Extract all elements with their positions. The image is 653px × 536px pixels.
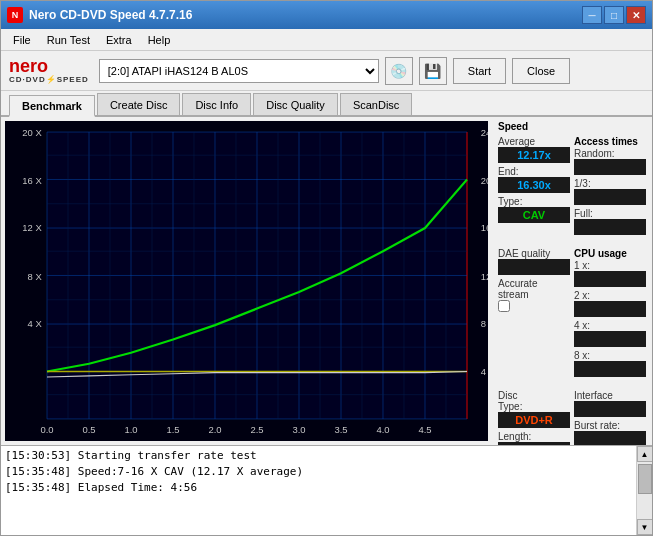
scroll-track[interactable]: [637, 462, 652, 519]
main-window: N Nero CD-DVD Speed 4.7.7.16 ─ □ ✕ File …: [0, 0, 653, 536]
svg-text:1.0: 1.0: [124, 424, 138, 435]
menu-file[interactable]: File: [5, 32, 39, 48]
log-content: [15:30:53] Starting transfer rate test […: [1, 446, 636, 535]
cpu-8x-value: [574, 361, 646, 377]
one-third-label: 1/3:: [574, 178, 646, 189]
svg-text:4: 4: [481, 366, 487, 377]
svg-text:0.5: 0.5: [82, 424, 95, 435]
start-button[interactable]: Start: [453, 58, 506, 84]
menu-help[interactable]: Help: [140, 32, 179, 48]
dae-value: [498, 259, 570, 275]
disc-type-label: Disc: [498, 390, 570, 401]
interface-label: Interface: [574, 390, 646, 401]
log-scrollbar[interactable]: ▲ ▼: [636, 446, 652, 535]
access-right: Access times Random: 1/3: Full:: [574, 136, 646, 238]
tab-scan-disc[interactable]: ScanDisc: [340, 93, 412, 115]
svg-text:1.5: 1.5: [166, 424, 179, 435]
access-title: Access times: [574, 136, 646, 147]
full-label: Full:: [574, 208, 646, 219]
average-value: 12.17x: [498, 147, 570, 163]
svg-text:16 X: 16 X: [22, 175, 42, 186]
menu-run-test[interactable]: Run Test: [39, 32, 98, 48]
average-label: Average: [498, 136, 570, 147]
burst-value: [574, 431, 646, 445]
scroll-down-button[interactable]: ▼: [637, 519, 653, 535]
type-value: CAV: [498, 207, 570, 223]
titlebar: N Nero CD-DVD Speed 4.7.7.16 ─ □ ✕: [1, 1, 652, 29]
maximize-button[interactable]: □: [604, 6, 624, 24]
cpu-8x-label: 8 x:: [574, 350, 646, 361]
titlebar-buttons: ─ □ ✕: [582, 6, 646, 24]
svg-text:3.5: 3.5: [334, 424, 347, 435]
cpu-4x-label: 4 x:: [574, 320, 646, 331]
eject-button[interactable]: 💿: [385, 57, 413, 85]
tab-bar: Benchmark Create Disc Disc Info Disc Qua…: [1, 91, 652, 117]
disc-col: Disc Type: DVD+R Length: 4.38 GB: [498, 390, 570, 445]
svg-text:4 X: 4 X: [28, 318, 43, 329]
toolbar: nero CD·DVD⚡SPEED [2:0] ATAPI iHAS124 B …: [1, 51, 652, 91]
save-button[interactable]: 💾: [419, 57, 447, 85]
window-title: Nero CD-DVD Speed 4.7.7.16: [29, 8, 192, 22]
random-label: Random:: [574, 148, 646, 159]
minimize-button[interactable]: ─: [582, 6, 602, 24]
svg-text:12 X: 12 X: [22, 222, 42, 233]
cpu-1x-label: 1 x:: [574, 260, 646, 271]
cpu-col: CPU usage 1 x: 2 x: 4 x: 8 x:: [574, 248, 646, 380]
right-panel: Speed Average 12.17x End: 16.30x Type: C…: [492, 117, 652, 445]
dae-label: DAE quality: [498, 248, 570, 259]
svg-text:4.0: 4.0: [376, 424, 390, 435]
scroll-thumb[interactable]: [638, 464, 652, 494]
stream-label: stream: [498, 289, 570, 300]
log-line-3: [15:35:48] Elapsed Time: 4:56: [5, 480, 632, 496]
length-label: Length:: [498, 431, 570, 442]
interface-value: [574, 401, 646, 417]
svg-text:0.0: 0.0: [40, 424, 54, 435]
speed-left: Average 12.17x End: 16.30x Type: CAV: [498, 136, 570, 238]
end-label: End:: [498, 166, 570, 177]
burst-label: Burst rate:: [574, 420, 646, 431]
interface-col: Interface Burst rate:: [574, 390, 646, 445]
tab-disc-quality[interactable]: Disc Quality: [253, 93, 338, 115]
nero-logo: nero CD·DVD⚡SPEED: [9, 57, 89, 84]
type-label: Type:: [498, 196, 570, 207]
close-button[interactable]: ✕: [626, 6, 646, 24]
nero-logo-text: nero: [9, 57, 48, 75]
svg-text:24: 24: [481, 127, 488, 138]
accurate-stream-checkbox[interactable]: [498, 300, 510, 312]
svg-text:16: 16: [481, 222, 488, 233]
cpu-2x-label: 2 x:: [574, 290, 646, 301]
nero-logo-sub: CD·DVD⚡SPEED: [9, 75, 89, 84]
svg-text:3.0: 3.0: [292, 424, 306, 435]
one-third-value: [574, 189, 646, 205]
log-line-1: [15:30:53] Starting transfer rate test: [5, 448, 632, 464]
cpu-title: CPU usage: [574, 248, 646, 259]
app-icon: N: [7, 7, 23, 23]
cpu-2x-value: [574, 301, 646, 317]
disc-type-sub: Type:: [498, 401, 570, 412]
main-content: 20 X 16 X 12 X 8 X 4 X 24 20 16 12 8 4 0…: [1, 117, 652, 445]
scroll-up-button[interactable]: ▲: [637, 446, 653, 462]
titlebar-left: N Nero CD-DVD Speed 4.7.7.16: [7, 7, 192, 23]
dae-cpu-cols: DAE quality Accurate stream CPU usage 1 …: [498, 248, 646, 380]
tab-benchmark[interactable]: Benchmark: [9, 95, 95, 117]
cpu-4x-value: [574, 331, 646, 347]
dae-col: DAE quality Accurate stream: [498, 248, 570, 380]
disc-interface-cols: Disc Type: DVD+R Length: 4.38 GB Interfa…: [498, 390, 646, 445]
svg-text:20: 20: [481, 175, 488, 186]
tab-create-disc[interactable]: Create Disc: [97, 93, 180, 115]
chart-area: 20 X 16 X 12 X 8 X 4 X 24 20 16 12 8 4 0…: [5, 121, 488, 441]
menubar: File Run Test Extra Help: [1, 29, 652, 51]
log-line-2: [15:35:48] Speed:7-16 X CAV (12.17 X ave…: [5, 464, 632, 480]
drive-selector[interactable]: [2:0] ATAPI iHAS124 B AL0S: [99, 59, 379, 83]
svg-text:4.5: 4.5: [418, 424, 431, 435]
menu-extra[interactable]: Extra: [98, 32, 140, 48]
cpu-1x-value: [574, 271, 646, 287]
close-app-button[interactable]: Close: [512, 58, 570, 84]
tab-disc-info[interactable]: Disc Info: [182, 93, 251, 115]
disc-type-value: DVD+R: [498, 412, 570, 428]
end-value: 16.30x: [498, 177, 570, 193]
svg-text:8: 8: [481, 318, 486, 329]
speed-section-title: Speed: [498, 121, 646, 132]
svg-text:2.0: 2.0: [208, 424, 222, 435]
benchmark-chart: 20 X 16 X 12 X 8 X 4 X 24 20 16 12 8 4 0…: [5, 121, 488, 441]
